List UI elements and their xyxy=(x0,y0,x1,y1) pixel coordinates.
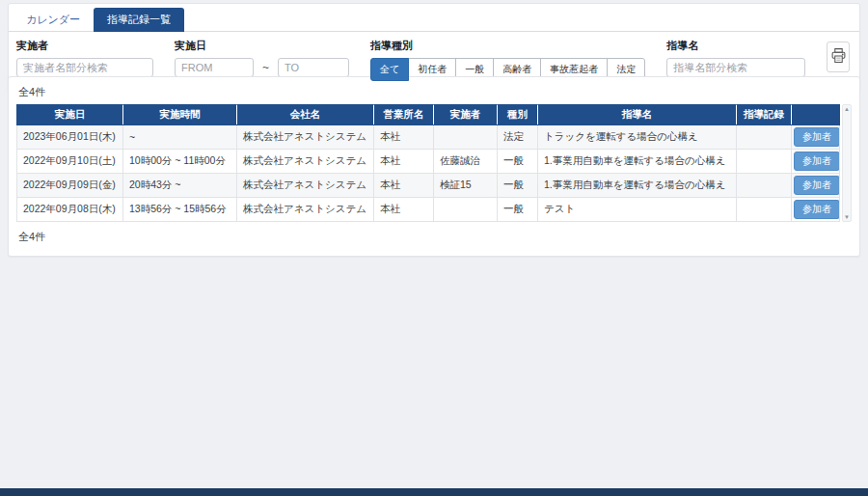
date-label: 実施日 xyxy=(175,39,349,53)
cell-time: 20時43分 ~ xyxy=(123,174,237,198)
col-header-guidance-name: 指導名 xyxy=(538,105,737,125)
date-from-input[interactable] xyxy=(175,58,254,77)
guidance-name-search-input[interactable] xyxy=(666,58,805,77)
cell-time: 13時56分 ~ 15時56分 xyxy=(123,198,237,222)
col-header-company: 会社名 xyxy=(237,105,374,125)
participants-button[interactable]: 参加者 xyxy=(794,127,840,147)
tab-bar: カレンダー 指導記録一覧 xyxy=(9,4,859,32)
cell-office: 本社 xyxy=(374,125,434,150)
table-row: 2022年09月08日(木) 13時56分 ~ 15時56分 株式会社アネストシ… xyxy=(17,198,840,222)
table-vertical-scrollbar[interactable]: ▲ ▼ xyxy=(842,104,852,222)
col-header-implementer: 実施者 xyxy=(434,105,498,125)
cell-guidance-name: テスト xyxy=(538,198,737,222)
cell-date: 2022年09月09日(金) xyxy=(17,174,123,198)
result-count-bottom: 全4件 xyxy=(18,230,852,244)
cell-type: 一般 xyxy=(498,150,538,174)
col-header-time: 実施時間 xyxy=(123,105,237,125)
type-button-all[interactable]: 全て xyxy=(370,58,409,81)
table-row: 2022年09月09日(金) 20時43分 ~ 株式会社アネストシステム 本社 … xyxy=(17,174,840,198)
cell-type: 一般 xyxy=(498,198,538,222)
cell-type: 法定 xyxy=(498,125,538,150)
cell-date: 2022年09月10日(土) xyxy=(17,150,123,174)
cell-company: 株式会社アネストシステム xyxy=(237,150,374,174)
table-row: 2023年06月01日(木) ~ 株式会社アネストシステム 本社 法定 トラック… xyxy=(17,125,840,150)
cell-office: 本社 xyxy=(374,174,434,198)
print-button[interactable] xyxy=(827,41,850,72)
implementer-filter: 実施者 xyxy=(16,39,153,77)
guidance-name-label: 指導名 xyxy=(666,39,805,53)
cell-time: ~ xyxy=(123,125,237,150)
result-count-top: 全4件 xyxy=(18,85,852,99)
cell-company: 株式会社アネストシステム xyxy=(237,198,374,222)
cell-company: 株式会社アネストシステム xyxy=(237,174,374,198)
participants-button[interactable]: 参加者 xyxy=(794,200,840,219)
cell-date: 2022年09月08日(木) xyxy=(17,198,123,222)
guidance-record-table: 実施日 実施時間 会社名 営業所名 実施者 種別 指導名 指導記録 2023年0… xyxy=(16,104,840,222)
date-range-separator: ~ xyxy=(262,61,269,74)
cell-implementer xyxy=(434,198,498,222)
cell-guidance-name: トラックを運転する場合の心構え xyxy=(538,125,737,150)
participants-button[interactable]: 参加者 xyxy=(794,152,840,171)
tab-calendar[interactable]: カレンダー xyxy=(13,8,94,32)
cell-office: 本社 xyxy=(374,198,434,222)
col-header-date: 実施日 xyxy=(17,105,123,125)
guidance-name-filter: 指導名 xyxy=(666,39,805,77)
col-header-office: 営業所名 xyxy=(374,105,434,125)
col-header-action xyxy=(792,105,840,125)
printer-icon xyxy=(830,47,847,67)
footer-bar xyxy=(0,488,868,496)
scroll-up-icon[interactable]: ▲ xyxy=(844,106,850,112)
date-to-input[interactable] xyxy=(278,58,349,77)
col-header-type: 種別 xyxy=(498,105,538,125)
cell-implementer: 佐藤誠治 xyxy=(434,150,498,174)
table-header-row: 実施日 実施時間 会社名 営業所名 実施者 種別 指導名 指導記録 xyxy=(17,105,840,125)
cell-guidance-name: 1.事業用自動車を運転する場合の心構え xyxy=(538,174,737,198)
cell-guidance-record xyxy=(737,198,792,222)
cell-date: 2023年06月01日(木) xyxy=(17,125,123,150)
cell-company: 株式会社アネストシステム xyxy=(237,125,374,150)
cell-guidance-record xyxy=(737,150,792,174)
col-header-guidance-record: 指導記録 xyxy=(737,105,792,125)
tab-guidance-record-list[interactable]: 指導記録一覧 xyxy=(94,8,184,32)
cell-guidance-record xyxy=(737,174,792,198)
record-list-panel: 全4件 実施日 実施時間 会社名 営業所名 実施者 種別 指導名 指導記録 xyxy=(8,76,860,257)
implementer-search-input[interactable] xyxy=(16,58,153,77)
scroll-down-icon[interactable]: ▼ xyxy=(844,214,850,220)
table-row: 2022年09月10日(土) 10時00分 ~ 11時00分 株式会社アネストシ… xyxy=(17,150,840,174)
cell-implementer: 検証15 xyxy=(434,174,498,198)
date-filter: 実施日 ~ xyxy=(175,39,349,77)
cell-type: 一般 xyxy=(498,174,538,198)
cell-implementer xyxy=(434,125,498,150)
cell-time: 10時00分 ~ 11時00分 xyxy=(123,150,237,174)
cell-office: 本社 xyxy=(374,150,434,174)
guidance-type-label: 指導種別 xyxy=(370,39,645,53)
implementer-label: 実施者 xyxy=(16,39,153,53)
cell-guidance-name: 1.事業用自動車を運転する場合の心構え xyxy=(538,150,737,174)
participants-button[interactable]: 参加者 xyxy=(794,176,840,195)
cell-guidance-record xyxy=(737,125,792,150)
guidance-type-filter: 指導種別 全て 初任者 一般 高齢者 事故惹起者 法定 xyxy=(370,39,645,81)
